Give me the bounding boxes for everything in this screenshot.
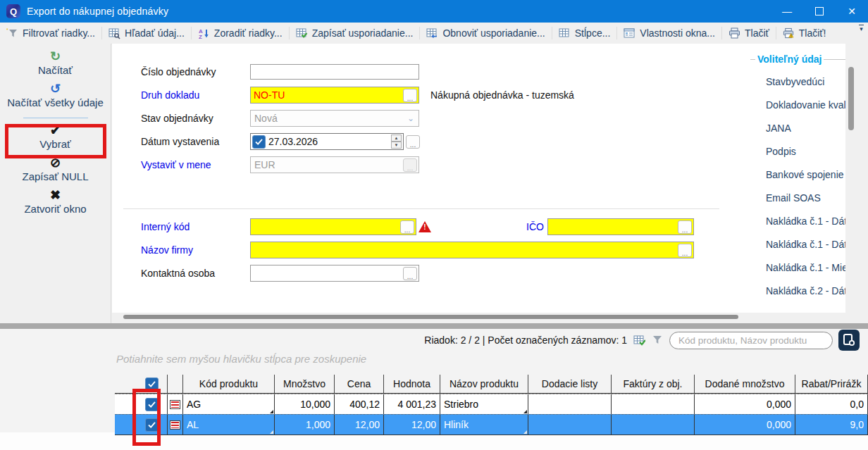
filter-icon[interactable] [651,334,664,346]
column-header-fakt-ry-z-obj[interactable]: Faktúry z obj. [612,375,695,393]
cell-price: 12,00 [335,415,384,435]
toolbar-item-label: Zoradiť riadky... [214,27,283,39]
contact-person-field[interactable]: ... [250,265,419,282]
warning-icon: ! [418,221,431,232]
sidebar-button-label: Načítať všetky údaje [7,96,104,110]
internal-code-field[interactable]: ... [250,218,416,235]
column-header-n-zov-produktu[interactable]: Názov produktu [440,375,528,393]
column-header-k-d-produktu[interactable]: Kód produktu [183,375,275,393]
cell-corner-mark [270,410,273,413]
form-separator [123,208,719,209]
optional-field-email-soas[interactable]: Email SOAS [750,187,845,210]
toolbar-item-tla-i[interactable]: !Tlačiť! [776,23,833,44]
sidebar-button-vybra[interactable]: ✔Vybrať [39,123,70,151]
order-state-select[interactable]: Nová ⌄ [250,110,419,127]
contact-person-lookup-button[interactable]: ... [403,267,417,280]
issue-date-checkbox[interactable] [252,135,266,149]
minimize-button[interactable]: — [771,0,803,23]
toolbar-item-tla-i[interactable]: Tlačiť [722,23,776,44]
spinner-down-icon[interactable]: ▼ [391,142,402,149]
product-search-input[interactable] [669,332,833,349]
table-search-icon [108,27,120,39]
printer-icon [728,27,740,39]
optional-field-nakl-dka-1-d-t[interactable]: Nakládka č.1 - Dát [750,210,845,233]
printer-alert-icon: ! [783,27,795,39]
maximize-button[interactable] [803,0,836,23]
toolbar-item-zap-sa-usporiadanie[interactable]: Zapísať usporiadanie... [290,23,420,44]
optional-field-podpis[interactable]: Podpis [750,140,845,163]
currency-label: Vystaviť v mene [141,159,211,170]
grid-row-ag[interactable]: AG10,000400,124 001,23Striebro0,0000,0 [115,394,868,414]
toolbar-item-zoradi-riadky[interactable]: AZZoradiť riadky... [192,23,289,44]
table-check-icon[interactable] [633,334,645,346]
column-header-hodnota[interactable]: Hodnota [384,375,440,393]
grid-row-al[interactable]: AL1,00012,0012,00Hliník0,0009,0 [115,414,868,435]
cell-rebate: 9,0 [795,415,868,435]
toolbar-item-vlastnosti-okna[interactable]: Vlastnosti okna... [617,23,721,44]
horizontal-scrollbar-thumb[interactable] [123,315,738,319]
select-all-checkbox[interactable] [145,377,159,391]
sort-az-icon: AZ [198,27,210,39]
sidebar-button-zatvori-okno[interactable]: ✖Zatvoriť okno [24,188,86,216]
vertical-scrollbar-thumb[interactable] [848,67,854,130]
row-checkbox[interactable] [145,398,159,411]
optional-field-jana[interactable]: JANA [750,117,845,140]
pane-splitter[interactable] [0,323,868,329]
optional-field-nakl-dka-1-d-t[interactable]: Nakládka č.1 - Dát [750,233,845,256]
ico-lookup-button[interactable]: ... [678,220,692,234]
optional-field-nakl-dka-1-mie[interactable]: Nakládka č.1 - Mie [750,256,845,280]
toolbar-item-st-pce[interactable]: Stĺpce... [552,23,617,44]
column-header-dodan-mno-stvo[interactable]: Dodané množstvo [695,375,795,393]
toolbar-item-h-ada-daj[interactable]: Hľadať údaj... [102,23,191,44]
column-header-cena[interactable]: Cena [335,375,384,393]
optional-field-nakl-dka-2-d-t[interactable]: Nakládka č.2 - Dát [750,280,845,303]
sidebar-button-na-ta[interactable]: ↻Načítať [38,49,73,77]
form-area: Číslo objednávky Druh dokladu NO-TU ... … [112,44,845,313]
close-window-icon: ✖ [50,188,61,202]
grid-header-row: Kód produktuMnožstvoCenaHodnotaNázov pro… [115,375,868,394]
cell-delivered-quantity: 0,000 [695,394,795,414]
row-checkbox[interactable] [145,418,159,432]
order-state-value: Nová [251,113,403,124]
close-button[interactable]: ✕ [836,0,868,23]
check-icon: ✔ [50,123,61,137]
preview-button[interactable] [838,330,860,351]
doc-type-field[interactable]: NO-TU ... [250,87,419,104]
spinner-up-icon[interactable]: ▲ [391,135,402,142]
toolbar-item-filtrova-riadky[interactable]: *Filtrovať riadky... [0,23,101,44]
row-indicator-header [115,375,136,393]
column-header-mno-stvo[interactable]: Množstvo [275,375,335,393]
column-header-dodacie-listy[interactable]: Dodacie listy [528,375,612,393]
column-header-rabat-prir-k[interactable]: Rabat/Prirážk [795,375,868,393]
window-title: Export do nákupnej objednávky [27,6,168,17]
optional-field-bankov-spojenie[interactable]: Bankové spojenie [750,163,845,187]
sidebar-button-na-ta-v-etky-daje[interactable]: ↺Načítať všetky údaje [7,82,104,110]
doc-type-lookup-button[interactable]: ... [403,89,417,102]
row-record-icon-cell [168,415,183,435]
cell-value: 4 001,23 [384,394,440,414]
refresh-icon: ↻ [50,49,61,63]
optional-field-dokladovanie-kval[interactable]: Dokladovanie kval [750,94,845,117]
grid-pane: Riadok: 2 / 2 | Počet označených záznamo… [0,329,868,450]
issue-date-field[interactable]: 27.03.2026 ▲ ▼ [250,133,404,150]
company-name-field[interactable]: ... [250,242,694,258]
columns-icon [559,27,571,39]
grid-status-row: Riadok: 2 / 2 | Počet označených záznamo… [424,330,860,350]
toolbar-item-obnovi-usporiadanie[interactable]: Obnoviť usporiadanie... [420,23,551,44]
toolbar-overflow-icon[interactable]: ▾ [859,25,864,32]
issue-date-lookup-button[interactable]: ... [406,135,420,149]
ico-field[interactable]: ... [547,218,694,235]
toolbar: *Filtrovať riadky...Hľadať údaj...AZZora… [0,23,868,44]
optional-field-stavbyved-ci[interactable]: Stavbyvedúci [750,70,845,94]
company-name-lookup-button[interactable]: ... [678,244,692,257]
vertical-scrollbar[interactable] [845,44,868,313]
toolbar-item-label: Tlačiť [745,27,769,39]
sidebar-button-label: Zapísať NULL [23,170,89,184]
order-number-input[interactable] [250,64,419,80]
date-spinner[interactable]: ▲ ▼ [391,135,402,149]
sidebar-button-zap-sa-null[interactable]: ⊘Zapísať NULL [23,156,89,184]
sidebar-button-label: Načítať [38,63,73,77]
toolbar-item-label: Obnoviť usporiadanie... [442,27,545,39]
internal-code-lookup-button[interactable]: ... [400,220,414,234]
doc-type-value: NO-TU [254,89,403,101]
